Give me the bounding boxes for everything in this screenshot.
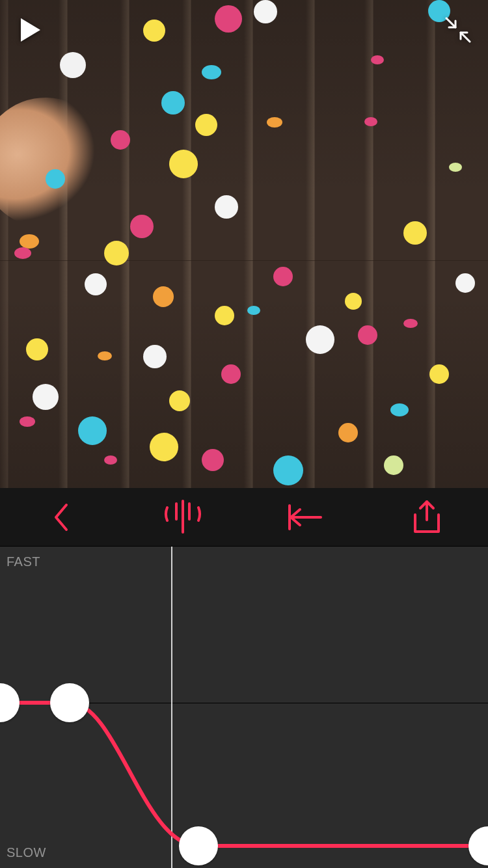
speed-curve-panel[interactable]: FAST SLOW <box>0 547 488 868</box>
editor-toolbar <box>0 488 488 547</box>
preview-content <box>403 221 427 245</box>
preview-content <box>403 319 418 328</box>
preview-content <box>26 338 48 360</box>
preview-content <box>153 286 174 307</box>
preview-content <box>0 87 121 238</box>
preview-content <box>85 273 107 295</box>
preview-content <box>358 325 377 345</box>
preview-content <box>46 169 65 189</box>
preview-content <box>20 416 35 427</box>
preview-content <box>215 306 234 325</box>
preview-content <box>14 247 31 259</box>
play-button[interactable] <box>10 10 49 49</box>
preview-content <box>221 364 241 384</box>
preview-content <box>169 150 198 178</box>
preview-content <box>33 384 59 410</box>
preview-content <box>247 306 260 315</box>
decor-line <box>0 260 488 261</box>
preview-content <box>384 455 403 475</box>
collapse-fullscreen-button[interactable] <box>439 10 478 49</box>
audio-tuning-icon <box>163 500 202 535</box>
preview-content <box>78 416 107 445</box>
trim-start-icon <box>287 504 323 530</box>
preview-content <box>267 117 282 128</box>
svg-line-1 <box>446 18 455 27</box>
preview-content <box>364 117 377 126</box>
preview-content <box>429 364 449 384</box>
preview-content <box>104 241 129 265</box>
preview-content <box>371 55 384 64</box>
preview-content <box>306 325 334 354</box>
preview-content <box>104 455 117 465</box>
preview-content <box>455 273 475 293</box>
back-button[interactable] <box>0 488 122 547</box>
share-icon <box>413 500 441 534</box>
preview-content <box>195 114 217 136</box>
preview-content <box>390 403 409 416</box>
preview-content <box>338 423 358 442</box>
preview-content <box>345 293 362 310</box>
jump-to-start-button[interactable] <box>244 488 366 547</box>
preview-content <box>111 130 130 150</box>
share-button[interactable] <box>366 488 489 547</box>
preview-content <box>60 52 86 78</box>
curve-handle[interactable] <box>50 683 89 722</box>
preview-content <box>202 449 224 471</box>
preview-content <box>143 345 167 368</box>
preview-content <box>130 215 154 238</box>
preview-content <box>98 351 112 360</box>
video-preview[interactable] <box>0 0 488 488</box>
svg-marker-0 <box>21 18 40 42</box>
preview-content <box>202 65 221 79</box>
curve-handle[interactable] <box>179 826 218 865</box>
preview-content <box>273 455 303 485</box>
svg-line-2 <box>461 33 470 42</box>
preview-content <box>143 20 165 42</box>
preview-content <box>254 0 277 23</box>
play-icon <box>17 17 43 43</box>
preview-content <box>161 91 185 115</box>
preview-content <box>273 267 293 286</box>
preview-content <box>150 433 178 461</box>
preview-content <box>215 5 242 33</box>
preview-content <box>169 390 190 411</box>
collapse-icon <box>444 16 472 44</box>
preview-content <box>449 163 462 172</box>
preview-content <box>215 195 238 219</box>
audio-pitch-button[interactable] <box>122 488 245 547</box>
preview-content <box>20 234 39 249</box>
back-icon <box>52 502 70 532</box>
